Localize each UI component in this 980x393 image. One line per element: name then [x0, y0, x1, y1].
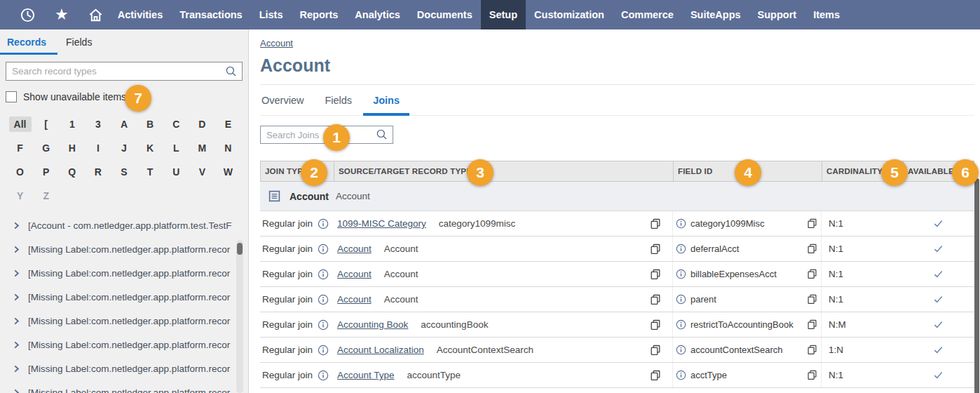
alphabet-filter-o[interactable]: O: [7, 160, 33, 184]
info-icon[interactable]: [318, 269, 329, 280]
alphabet-filter-j[interactable]: J: [111, 136, 137, 160]
record-type-link[interactable]: 1099-MISC Category: [337, 218, 426, 229]
info-icon[interactable]: [676, 244, 686, 254]
scrollbar-thumb[interactable]: [237, 243, 243, 255]
record-type-link[interactable]: Account: [337, 294, 372, 305]
alphabet-filter-a[interactable]: A: [111, 112, 137, 136]
info-icon[interactable]: [676, 218, 686, 229]
alphabet-filter-c[interactable]: C: [163, 112, 189, 136]
alphabet-filter-b[interactable]: B: [137, 112, 163, 136]
alphabet-filter-i[interactable]: I: [85, 136, 111, 160]
alphabet-filter-3[interactable]: 3: [85, 112, 111, 136]
record-type-link[interactable]: Account Localization: [337, 345, 424, 355]
show-unavailable-checkbox[interactable]: [6, 91, 17, 102]
record-type-item[interactable]: [Missing Label:com.netledger.app.platfor…: [0, 357, 248, 380]
copy-icon[interactable]: [807, 345, 817, 355]
record-type-item[interactable]: [Missing Label:com.netledger.app.platfor…: [0, 237, 248, 261]
copy-icon[interactable]: [650, 370, 661, 381]
info-icon[interactable]: [676, 370, 686, 380]
alphabet-filter-q[interactable]: Q: [59, 160, 85, 184]
record-type-item[interactable]: [Missing Label:com.netledger.app.platfor…: [0, 285, 248, 309]
menu-item-transactions[interactable]: Transactions: [171, 0, 250, 29]
alphabet-filter-t[interactable]: T: [137, 160, 163, 184]
show-unavailable-toggle[interactable]: Show unavailable items: [6, 90, 243, 104]
favorites-star-icon[interactable]: ★: [55, 7, 69, 22]
alphabet-filter-z[interactable]: Z: [33, 184, 59, 208]
home-icon[interactable]: [88, 7, 104, 23]
record-type-link[interactable]: Accounting Book: [337, 319, 408, 330]
copy-icon[interactable]: [807, 218, 817, 229]
copy-icon[interactable]: [650, 218, 661, 229]
info-icon[interactable]: [318, 370, 329, 381]
search-icon[interactable]: [376, 128, 388, 143]
alphabet-filter-s[interactable]: S: [111, 160, 137, 184]
tab-fields[interactable]: Fields: [325, 85, 352, 115]
search-icon[interactable]: [225, 65, 237, 80]
record-type-link[interactable]: Account: [337, 269, 372, 279]
record-type-item[interactable]: [Missing Label:com.netledger.app.platfor…: [0, 380, 248, 393]
tab-fields[interactable]: Fields: [66, 29, 92, 55]
menu-item-reports[interactable]: Reports: [292, 0, 347, 29]
main-scrollbar[interactable]: [974, 178, 979, 393]
alphabet-filter-e[interactable]: E: [215, 112, 241, 136]
tab-overview[interactable]: Overview: [261, 85, 304, 115]
alphabet-filter-f[interactable]: F: [7, 136, 33, 160]
menu-item-customization[interactable]: Customization: [526, 0, 613, 29]
alphabet-filter-n[interactable]: N: [215, 136, 241, 160]
alphabet-filter-h[interactable]: H: [59, 136, 85, 160]
record-type-item[interactable]: [Account - com.netledger.app.platform.te…: [0, 213, 248, 237]
copy-icon[interactable]: [650, 244, 661, 255]
info-icon[interactable]: [318, 319, 329, 331]
record-type-item[interactable]: [Missing Label:com.netledger.app.platfor…: [0, 309, 248, 333]
menu-item-commerce[interactable]: Commerce: [613, 0, 682, 29]
copy-icon[interactable]: [807, 294, 817, 305]
alphabet-filter-all[interactable]: All: [7, 112, 33, 136]
copy-icon[interactable]: [650, 319, 661, 331]
info-icon[interactable]: [318, 218, 329, 229]
alphabet-filter-[interactable]: [: [33, 112, 59, 136]
copy-icon[interactable]: [807, 269, 817, 279]
search-record-types-input[interactable]: [6, 62, 243, 81]
info-icon[interactable]: [676, 294, 686, 305]
alphabet-filter-1[interactable]: 1: [59, 112, 85, 136]
info-icon[interactable]: [318, 294, 329, 305]
menu-item-suiteapps[interactable]: SuiteApps: [682, 0, 749, 29]
alphabet-filter-m[interactable]: M: [189, 136, 215, 160]
recent-records-icon[interactable]: [20, 7, 36, 23]
alphabet-filter-g[interactable]: G: [33, 136, 59, 160]
record-type-link[interactable]: Account Type: [337, 370, 395, 380]
alphabet-filter-k[interactable]: K: [137, 136, 163, 160]
tab-joins[interactable]: Joins: [373, 85, 400, 115]
tab-records[interactable]: Records: [7, 29, 46, 55]
menu-item-activities[interactable]: Activities: [109, 0, 171, 29]
info-icon[interactable]: [318, 345, 329, 356]
breadcrumb-account-link[interactable]: Account: [260, 38, 293, 48]
sidebar-scrollbar[interactable]: [236, 240, 243, 393]
record-type-item[interactable]: [Missing Label:com.netledger.app.platfor…: [0, 333, 248, 357]
alphabet-filter-p[interactable]: P: [33, 160, 59, 184]
info-icon[interactable]: [676, 345, 686, 355]
info-icon[interactable]: [676, 269, 686, 279]
copy-icon[interactable]: [807, 319, 817, 330]
menu-item-analytics[interactable]: Analytics: [346, 0, 408, 29]
alphabet-filter-w[interactable]: W: [215, 160, 241, 184]
copy-icon[interactable]: [650, 269, 661, 280]
menu-item-documents[interactable]: Documents: [409, 0, 481, 29]
alphabet-filter-y[interactable]: Y: [7, 184, 33, 208]
info-icon[interactable]: [318, 244, 329, 255]
alphabet-filter-u[interactable]: U: [163, 160, 189, 184]
menu-item-lists[interactable]: Lists: [251, 0, 292, 29]
copy-icon[interactable]: [807, 244, 817, 254]
alphabet-filter-v[interactable]: V: [189, 160, 215, 184]
menu-item-support[interactable]: Support: [749, 0, 805, 29]
alphabet-filter-d[interactable]: D: [189, 112, 215, 136]
alphabet-filter-r[interactable]: R: [85, 160, 111, 184]
copy-icon[interactable]: [650, 345, 661, 356]
record-type-link[interactable]: Account: [337, 244, 372, 254]
copy-icon[interactable]: [650, 294, 661, 305]
menu-item-setup[interactable]: Setup: [481, 0, 526, 29]
copy-icon[interactable]: [807, 370, 817, 380]
menu-item-items[interactable]: Items: [805, 0, 848, 29]
info-icon[interactable]: [676, 319, 686, 330]
record-type-item[interactable]: [Missing Label:com.netledger.app.platfor…: [0, 261, 248, 285]
